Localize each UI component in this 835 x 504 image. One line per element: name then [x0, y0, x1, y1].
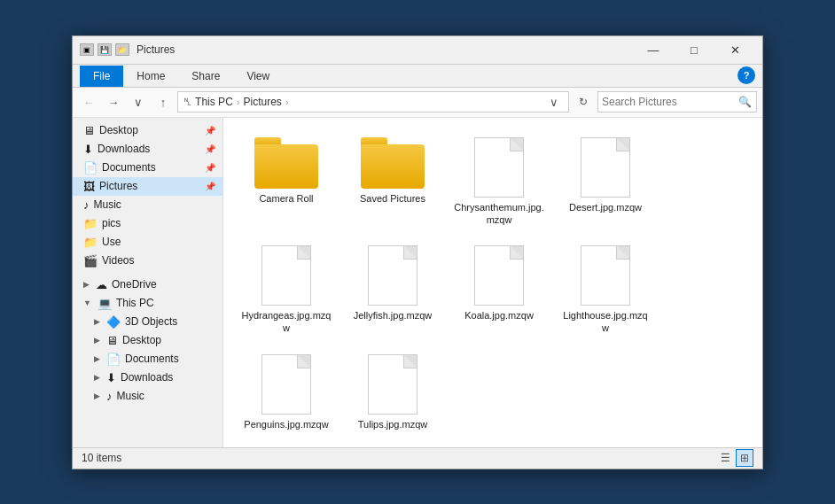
sidebar-item-thispc[interactable]: ▼ 💻 This PC	[73, 294, 222, 313]
videos-icon: 🎬	[83, 254, 98, 268]
file-penguins[interactable]: Penguins.jpg.mzqw	[238, 349, 335, 436]
file-koala-icon	[474, 245, 524, 306]
view-large-icons-button[interactable]: ⊞	[736, 449, 753, 467]
sidebar-item-downloads2[interactable]: ▶ ⬇ Downloads	[73, 368, 222, 387]
file-koala[interactable]: Koala.jpg.mzqw	[450, 240, 548, 340]
sidebar-item-videos[interactable]: 🎬 Videos	[73, 252, 222, 270]
folder-camera-roll-name: Camera Roll	[259, 192, 313, 205]
folder-saved-pictures-icon	[361, 137, 425, 189]
3dobjects-icon: 🔷	[106, 315, 121, 329]
folder-saved-pictures-name: Saved Pictures	[360, 192, 425, 205]
sidebar-item-documents2[interactable]: ▶ 📄 Documents	[73, 350, 222, 368]
file-tulips-name: Tulips.jpg.mzqw	[358, 418, 427, 430]
pin-icon-downloads: 📌	[205, 144, 215, 154]
view-toggle: ☰ ⊞	[716, 449, 753, 467]
main-content: 🖥 Desktop 📌 ⬇ Downloads 📌 📄 Documents 📌 …	[73, 118, 762, 447]
pin-icon-desktop: 📌	[205, 126, 215, 136]
sidebar-label-music: Music	[94, 198, 121, 211]
sidebar-label-downloads2: Downloads	[121, 371, 173, 384]
music-icon: ♪	[83, 198, 90, 212]
folder-saved-pictures[interactable]: Saved Pictures	[344, 132, 441, 232]
sidebar-label-desktop2: Desktop	[122, 334, 161, 346]
sidebar-item-music[interactable]: ♪ Music	[73, 196, 222, 214]
sidebar-item-documents[interactable]: 📄 Documents 📌	[73, 159, 222, 177]
desktop-icon: 🖥	[83, 124, 95, 137]
back-button[interactable]: ←	[78, 91, 99, 112]
file-jellyfish[interactable]: Jellyfish.jpg.mzqw	[344, 240, 441, 340]
sidebar-item-pics[interactable]: 📁 pics	[73, 214, 222, 233]
view-details-button[interactable]: ☰	[716, 449, 734, 467]
crumb-this-pc[interactable]: ␤ This PC	[183, 96, 233, 108]
titlebar-icon-3: 📁	[115, 43, 129, 56]
onedrive-icon: ☁	[96, 278, 107, 291]
file-chrysanthemum[interactable]: Chrysanthemum.jpg.mzqw	[450, 132, 548, 232]
desktop2-icon: 🖥	[106, 334, 118, 347]
tab-view[interactable]: View	[233, 66, 283, 87]
search-box[interactable]: 🔍	[597, 91, 757, 112]
sidebar-item-3dobjects[interactable]: ▶ 🔷 3D Objects	[73, 313, 222, 331]
3dobjects-arrow: ▶	[94, 317, 100, 326]
file-grid: Camera Roll Saved Pictures Chrysanthemum…	[238, 132, 748, 436]
tab-home[interactable]: Home	[123, 66, 178, 87]
sidebar-item-pictures[interactable]: 🖼 Pictures 📌	[73, 177, 222, 196]
sidebar-item-music2[interactable]: ▶ ♪ Music	[73, 387, 222, 406]
file-lighthouse[interactable]: Lighthouse.jpg.mzqw	[557, 240, 654, 340]
folder-camera-roll[interactable]: Camera Roll	[238, 132, 335, 232]
sidebar-label-desktop: Desktop	[99, 124, 138, 136]
item-count: 10 items	[82, 452, 121, 464]
file-tulips-icon	[368, 354, 418, 415]
recent-locations-button[interactable]: ∨	[128, 91, 149, 112]
thispc-icon: 💻	[98, 297, 112, 310]
use-icon: 📁	[83, 236, 98, 249]
music2-arrow: ▶	[94, 392, 100, 400]
file-chrysanthemum-icon	[474, 137, 524, 198]
file-area: Camera Roll Saved Pictures Chrysanthemum…	[223, 118, 762, 447]
desktop2-arrow: ▶	[94, 336, 100, 345]
sidebar-item-downloads[interactable]: ⬇ Downloads 📌	[73, 140, 222, 159]
tab-file[interactable]: File	[80, 66, 123, 87]
sidebar-item-use[interactable]: 📁 Use	[73, 233, 222, 252]
sidebar-label-music2: Music	[117, 390, 144, 402]
help-icon[interactable]: ?	[737, 66, 755, 84]
crumb-sep-1: ›	[237, 97, 240, 107]
address-dropdown-button[interactable]: ∨	[545, 93, 563, 111]
addressbar: ← → ∨ ↑ ␤ This PC › Pictures › ∨ ↻ 🔍	[73, 88, 762, 118]
file-hydrangeas-name: Hydrangeas.jpg.mzqw	[241, 309, 332, 335]
file-penguins-name: Penguins.jpg.mzqw	[244, 418, 328, 430]
maximize-button[interactable]: □	[674, 35, 714, 64]
folder-camera-roll-icon	[254, 137, 318, 189]
file-penguins-icon	[261, 354, 311, 415]
address-box[interactable]: ␤ This PC › Pictures › ∨	[177, 91, 569, 112]
titlebar-icon-2: 💾	[98, 43, 112, 56]
sidebar-item-onedrive[interactable]: ▶ ☁ OneDrive	[73, 275, 222, 294]
sidebar-label-downloads: Downloads	[98, 143, 150, 155]
sidebar-label-use: Use	[102, 236, 121, 248]
sidebar-item-desktop2[interactable]: ▶ 🖥 Desktop	[73, 331, 222, 350]
downloads2-icon: ⬇	[106, 371, 116, 384]
file-jellyfish-icon	[368, 245, 418, 306]
sidebar-item-desktop[interactable]: 🖥 Desktop 📌	[73, 121, 222, 140]
tab-share[interactable]: Share	[178, 66, 233, 87]
file-desert[interactable]: Desert.jpg.mzqw	[557, 132, 654, 232]
explorer-window: ▣ 💾 📁 Pictures — □ ✕ File Home Share Vie…	[72, 35, 763, 469]
close-button[interactable]: ✕	[714, 35, 755, 64]
music2-icon: ♪	[106, 390, 113, 403]
titlebar-icons: ▣ 💾 📁	[80, 43, 129, 56]
documents-icon: 📄	[83, 161, 98, 174]
crumb-sep-2: ›	[285, 97, 289, 107]
crumb-pictures[interactable]: Pictures	[243, 96, 281, 108]
file-tulips[interactable]: Tulips.jpg.mzqw	[344, 349, 441, 436]
refresh-button[interactable]: ↻	[573, 91, 594, 112]
file-lighthouse-name: Lighthouse.jpg.mzqw	[560, 309, 651, 335]
pictures-icon: 🖼	[83, 180, 95, 193]
minimize-button[interactable]: —	[633, 35, 674, 64]
file-hydrangeas[interactable]: Hydrangeas.jpg.mzqw	[238, 240, 335, 340]
forward-button[interactable]: →	[103, 91, 124, 112]
file-jellyfish-name: Jellyfish.jpg.mzqw	[354, 309, 433, 322]
up-button[interactable]: ↑	[152, 91, 174, 112]
file-lighthouse-icon	[581, 245, 630, 306]
file-chrysanthemum-name: Chrysanthemum.jpg.mzqw	[454, 201, 544, 227]
sidebar-label-pictures: Pictures	[99, 180, 137, 192]
search-input[interactable]	[602, 96, 738, 108]
onedrive-arrow: ▶	[83, 280, 90, 289]
